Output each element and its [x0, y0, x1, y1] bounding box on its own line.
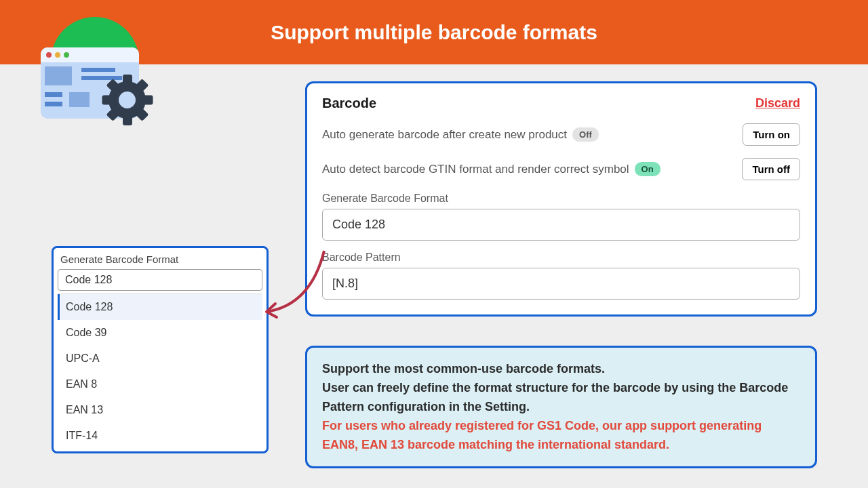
format-dropdown-popover: Generate Barcode Format Code 128 Code 39… — [52, 246, 269, 453]
callout-line-2: User can freely define the format struct… — [322, 379, 800, 417]
format-option[interactable]: EAN 13 — [58, 397, 262, 423]
info-callout: Support the most common-use barcode form… — [305, 346, 817, 468]
turn-on-button[interactable]: Turn on — [743, 123, 800, 146]
popover-input[interactable] — [58, 269, 262, 291]
card-title: Barcode — [322, 96, 376, 111]
barcode-format-input[interactable] — [322, 209, 800, 241]
status-badge-off: Off — [572, 127, 599, 142]
format-option[interactable]: Code 128 — [58, 294, 262, 320]
popover-title: Generate Barcode Format — [58, 252, 262, 269]
header-title: Support multiple barcode formats — [271, 21, 597, 44]
callout-line-3: For users who already registered for GS1… — [322, 417, 800, 455]
barcode-pattern-input[interactable] — [322, 268, 800, 300]
format-option[interactable]: Code 39 — [58, 320, 262, 346]
format-label: Generate Barcode Format — [322, 192, 800, 205]
callout-line-1: Support the most common-use barcode form… — [322, 360, 800, 379]
format-option[interactable]: EAN 8 — [58, 371, 262, 397]
setting-auto-generate-label: Auto generate barcode after create new p… — [322, 128, 567, 142]
format-option[interactable]: ITF-14 — [58, 423, 262, 449]
turn-off-button[interactable]: Turn off — [742, 158, 800, 180]
format-options-list: Code 128 Code 39 UPC-A EAN 8 EAN 13 ITF-… — [58, 293, 262, 449]
barcode-settings-card: Barcode Discard Auto generate barcode af… — [305, 81, 817, 317]
format-option[interactable]: UPC-A — [58, 346, 262, 371]
pattern-label: Barcode Pattern — [322, 251, 800, 264]
gear-icon — [102, 75, 153, 125]
discard-link[interactable]: Discard — [755, 96, 800, 110]
setting-auto-generate: Auto generate barcode after create new p… — [322, 123, 800, 146]
status-badge-on: On — [635, 162, 660, 176]
app-logo — [34, 17, 142, 125]
setting-auto-detect-label: Auto detect barcode GTIN format and rend… — [322, 163, 629, 176]
setting-auto-detect: Auto detect barcode GTIN format and rend… — [322, 158, 800, 180]
